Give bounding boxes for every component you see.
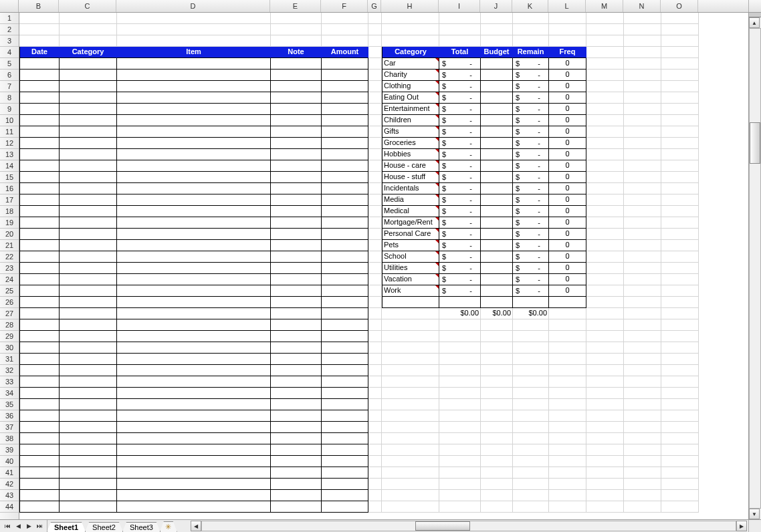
cell-N10[interactable] [624,115,661,126]
cell-G27[interactable] [368,308,382,319]
cell-D10[interactable] [117,115,271,126]
cell-G39[interactable] [368,444,382,456]
cell-I37[interactable] [439,422,481,433]
cell-N16[interactable] [624,183,661,194]
cell-G21[interactable] [368,240,382,251]
cell-K36[interactable] [513,410,549,422]
cell-M19[interactable] [586,217,624,229]
cell-O12[interactable] [661,138,699,149]
cell-C9[interactable] [60,104,117,115]
cell-J19[interactable] [481,217,513,229]
cell-J16[interactable] [481,183,513,194]
cell-E26[interactable] [271,297,322,308]
cell-O34[interactable] [661,388,699,399]
cell-I32[interactable] [439,365,481,376]
cell-E30[interactable] [271,342,322,354]
row-header-28[interactable]: 28 [0,319,19,331]
column-header-O[interactable]: O [661,0,698,12]
cell-N4[interactable] [624,47,661,58]
horizontal-scrollbar[interactable]: ◀ ▶ [177,520,748,532]
cell-F14[interactable] [322,160,368,172]
cell-G17[interactable] [368,194,382,206]
cell-E4[interactable]: Note [271,47,322,58]
cell-C35[interactable] [60,399,117,410]
cell-D23[interactable] [117,263,271,274]
cell-N28[interactable] [624,319,661,331]
cell-N24[interactable] [624,274,661,285]
cell-B19[interactable] [19,217,60,229]
cell-C40[interactable] [60,456,117,467]
cell-L44[interactable] [549,501,586,513]
cell-E14[interactable] [271,160,322,172]
cell-M3[interactable] [586,35,624,47]
column-header-B[interactable]: B [19,0,59,12]
cell-M8[interactable] [586,92,624,104]
cell-G31[interactable] [368,354,382,365]
cell-I11[interactable]: $- [439,126,481,138]
cell-O37[interactable] [661,422,699,433]
cell-L28[interactable] [549,319,586,331]
cell-E33[interactable] [271,376,322,388]
vscroll-track[interactable] [749,28,761,509]
cell-G43[interactable] [368,490,382,501]
cell-L3[interactable] [549,35,586,47]
cell-C38[interactable] [60,433,117,444]
cell-I22[interactable]: $- [439,251,481,263]
cell-K1[interactable] [513,13,549,24]
row-header-25[interactable]: 25 [0,285,19,297]
cell-H7[interactable]: Clothing [382,81,439,92]
cell-K16[interactable]: $- [513,183,549,194]
cell-J32[interactable] [481,365,513,376]
cell-E39[interactable] [271,444,322,456]
cell-N40[interactable] [624,456,661,467]
cell-O33[interactable] [661,376,699,388]
cell-N31[interactable] [624,354,661,365]
cell-L40[interactable] [549,456,586,467]
vscroll-thumb[interactable] [750,122,760,164]
cell-C33[interactable] [60,376,117,388]
cell-B17[interactable] [19,194,60,206]
cell-N33[interactable] [624,376,661,388]
cell-G30[interactable] [368,342,382,354]
row-header-33[interactable]: 33 [0,376,19,388]
cell-F18[interactable] [322,206,368,217]
cell-K27[interactable]: $0.00 [513,308,549,319]
cell-J29[interactable] [481,331,513,342]
cell-C23[interactable] [60,263,117,274]
column-header-L[interactable]: L [548,0,586,12]
cell-L38[interactable] [549,433,586,444]
cell-K31[interactable] [513,354,549,365]
cell-E17[interactable] [271,194,322,206]
cell-I33[interactable] [439,376,481,388]
cell-B23[interactable] [19,263,60,274]
cell-F2[interactable] [322,24,368,35]
cell-M26[interactable] [586,297,624,308]
cell-J27[interactable]: $0.00 [481,308,513,319]
cell-K4[interactable]: Remain [513,47,549,58]
cell-F40[interactable] [322,456,368,467]
cell-N37[interactable] [624,422,661,433]
cell-G19[interactable] [368,217,382,229]
cell-I8[interactable]: $- [439,92,481,104]
cell-B1[interactable] [19,13,60,24]
cell-B4[interactable]: Date [19,47,60,58]
cell-N44[interactable] [624,501,661,513]
cell-C7[interactable] [60,81,117,92]
row-header-24[interactable]: 24 [0,274,19,285]
cell-H36[interactable] [382,410,439,422]
cell-G41[interactable] [368,467,382,479]
cell-K35[interactable] [513,399,549,410]
cell-D41[interactable] [117,467,271,479]
cell-F38[interactable] [322,433,368,444]
cell-L17[interactable]: 0 [549,194,586,206]
cell-D39[interactable] [117,444,271,456]
cell-H6[interactable]: Charity [382,70,439,81]
cell-G37[interactable] [368,422,382,433]
cell-L4[interactable]: Freq [549,47,586,58]
cell-J18[interactable] [481,206,513,217]
cell-I44[interactable] [439,501,481,513]
cell-D9[interactable] [117,104,271,115]
cell-C19[interactable] [60,217,117,229]
cell-E38[interactable] [271,433,322,444]
cell-H39[interactable] [382,444,439,456]
